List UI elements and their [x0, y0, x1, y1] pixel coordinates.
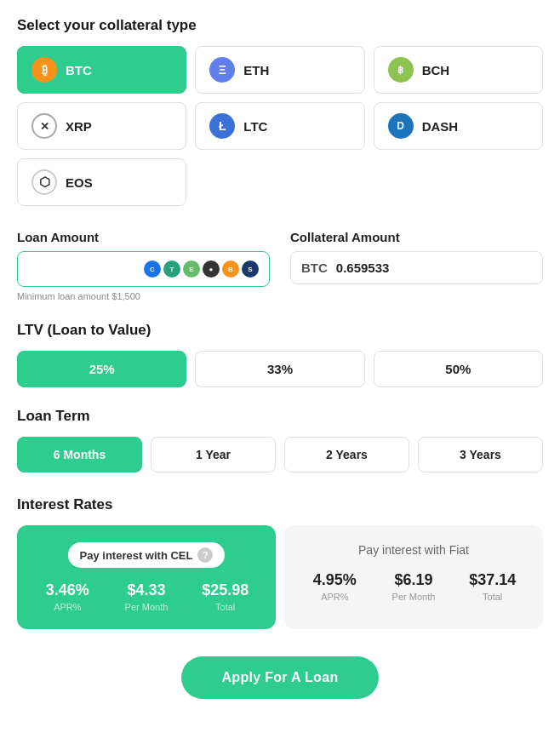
collateral-btn-dash[interactable]: D DASH	[374, 102, 543, 150]
collateral-btn-eos[interactable]: ⬡ EOS	[17, 158, 186, 206]
term-1year-label: 1 Year	[196, 448, 231, 461]
term-2years-label: 2 Years	[326, 448, 368, 461]
term-btn-6months[interactable]: 6 Months	[17, 437, 142, 472]
ltv-btn-33[interactable]: 33%	[195, 351, 364, 387]
interest-section-title: Interest Rates	[17, 496, 543, 513]
eth-icon: Ξ	[209, 57, 235, 83]
ltv-section: LTV (Loan to Value) 25% 33% 50%	[17, 322, 543, 387]
fiat-apr-label: APR%	[298, 592, 372, 602]
collateral-grid: ₿ BTC Ξ ETH ฿ BCH ✕ XRP Ł LTC D DASH ⬡ E…	[17, 46, 543, 206]
cel-total-value: $25.98	[188, 581, 262, 599]
apply-wrap: Apply For A Loan	[17, 656, 543, 699]
bch-icon: ฿	[388, 57, 414, 83]
currency-icon-5: B	[222, 260, 239, 278]
cel-badge: Pay interest with CEL ?	[68, 542, 226, 568]
collateral-btn-btc[interactable]: ₿ BTC	[17, 46, 186, 94]
cel-total-stat: $25.98 Total	[188, 581, 262, 612]
fiat-stats: 4.95% APR% $6.19 Per Month $37.14 Total	[298, 571, 529, 602]
currency-icons: C T E ● B S	[144, 260, 259, 278]
fiat-total-value: $37.14	[455, 571, 529, 589]
fiat-header-label: Pay interest with Fiat	[358, 543, 469, 557]
ltv-options: 25% 33% 50%	[17, 351, 543, 387]
ltc-label: LTC	[243, 119, 267, 134]
term-btn-1year[interactable]: 1 Year	[151, 437, 276, 472]
btc-icon: ₿	[31, 57, 57, 83]
loan-amount-input-wrap[interactable]: $1,500 C T E ● B S	[17, 251, 270, 287]
cel-badge-text: Pay interest with CEL	[80, 549, 193, 562]
collateral-btn-bch[interactable]: ฿ BCH	[374, 46, 543, 94]
amounts-row: Loan Amount $1,500 C T E ● B S Minimum l…	[17, 230, 543, 301]
currency-icon-6: S	[242, 260, 259, 278]
fiat-total-label: Total	[455, 592, 529, 602]
apply-loan-button[interactable]: Apply For A Loan	[181, 656, 380, 699]
collateral-section: Select your collateral type ₿ BTC Ξ ETH …	[17, 17, 543, 206]
fiat-permonth-stat: $6.19 Per Month	[377, 571, 451, 602]
cel-apr-stat: 3.46% APR%	[31, 581, 105, 612]
collateral-amount-label: Collateral Amount	[290, 230, 543, 244]
cel-total-label: Total	[188, 602, 262, 612]
cel-stats: 3.46% APR% $4.33 Per Month $25.98 Total	[31, 581, 262, 612]
ltv-33-label: 33%	[267, 362, 293, 376]
bch-label: BCH	[422, 63, 450, 77]
collateral-btn-eth[interactable]: Ξ ETH	[195, 46, 364, 94]
ltv-section-title: LTV (Loan to Value)	[17, 322, 543, 339]
term-6months-label: 6 Months	[54, 448, 106, 461]
dash-label: DASH	[422, 119, 459, 134]
term-section-title: Loan Term	[17, 408, 543, 425]
ltv-50-label: 50%	[445, 362, 471, 376]
ltv-btn-50[interactable]: 50%	[374, 351, 543, 387]
ltc-icon: Ł	[209, 113, 235, 139]
btc-label: BTC	[66, 63, 92, 77]
fiat-apr-stat: 4.95% APR%	[298, 571, 372, 602]
cel-permonth-label: Per Month	[110, 602, 184, 612]
cel-card-header: Pay interest with CEL ?	[31, 542, 262, 568]
term-section: Loan Term 6 Months 1 Year 2 Years 3 Year…	[17, 408, 543, 472]
fiat-total-stat: $37.14 Total	[455, 571, 529, 602]
collateral-amount-group: Collateral Amount BTC 0.659533	[290, 230, 543, 301]
collateral-value-wrap: BTC 0.659533	[290, 251, 543, 284]
collateral-amount-value: 0.659533	[336, 260, 390, 275]
ltv-btn-25[interactable]: 25%	[17, 351, 186, 387]
collateral-btn-ltc[interactable]: Ł LTC	[195, 102, 364, 150]
collateral-section-title: Select your collateral type	[17, 17, 543, 34]
currency-icon-2: T	[163, 260, 180, 278]
fiat-permonth-label: Per Month	[377, 592, 451, 602]
loan-amount-input[interactable]: $1,500	[28, 262, 96, 277]
eth-label: ETH	[243, 63, 269, 77]
currency-icon-1: C	[144, 260, 161, 278]
collateral-btn-xrp[interactable]: ✕ XRP	[17, 102, 186, 150]
loan-amount-group: Loan Amount $1,500 C T E ● B S Minimum l…	[17, 230, 270, 301]
min-loan-label: Minimum loan amount $1,500	[17, 291, 270, 301]
term-3years-label: 3 Years	[460, 448, 501, 461]
eos-label: EOS	[66, 175, 93, 190]
fiat-card-header: Pay interest with Fiat	[298, 542, 529, 558]
cel-info-icon[interactable]: ?	[197, 547, 213, 563]
loan-amount-label: Loan Amount	[17, 230, 270, 244]
fiat-apr-value: 4.95%	[298, 571, 372, 589]
interest-section: Interest Rates Pay interest with CEL ? 3…	[17, 496, 543, 629]
currency-icon-3: E	[183, 260, 200, 278]
eos-icon: ⬡	[31, 169, 57, 195]
fiat-interest-card: Pay interest with Fiat 4.95% APR% $6.19 …	[284, 525, 543, 629]
interest-cards: Pay interest with CEL ? 3.46% APR% $4.33…	[17, 525, 543, 629]
term-options: 6 Months 1 Year 2 Years 3 Years	[17, 437, 543, 472]
collateral-ticker: BTC	[301, 260, 328, 275]
currency-icon-4: ●	[203, 260, 220, 278]
cel-apr-value: 3.46%	[31, 581, 105, 599]
xrp-label: XRP	[66, 119, 92, 134]
ltv-25-label: 25%	[89, 362, 115, 376]
term-btn-3years[interactable]: 3 Years	[418, 437, 543, 472]
cel-permonth-stat: $4.33 Per Month	[110, 581, 184, 612]
term-btn-2years[interactable]: 2 Years	[284, 437, 409, 472]
fiat-permonth-value: $6.19	[377, 571, 451, 589]
cel-permonth-value: $4.33	[110, 581, 184, 599]
cel-apr-label: APR%	[31, 602, 105, 612]
cel-interest-card: Pay interest with CEL ? 3.46% APR% $4.33…	[17, 525, 276, 629]
xrp-icon: ✕	[31, 113, 57, 139]
dash-icon: D	[388, 113, 414, 139]
